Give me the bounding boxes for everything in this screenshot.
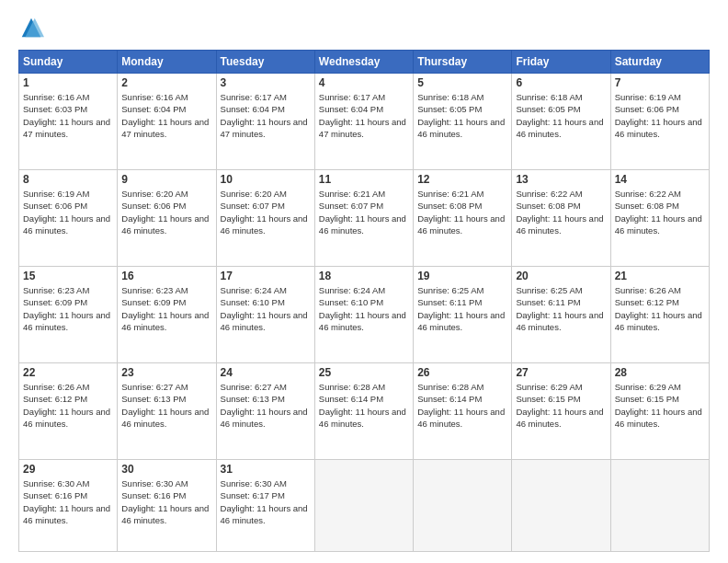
day-cell-28: 28 Sunrise: 6:29 AMSunset: 6:15 PMDaylig… xyxy=(610,363,709,460)
day-number: 23 xyxy=(121,366,211,379)
day-info: Sunrise: 6:30 AMSunset: 6:16 PMDaylight:… xyxy=(121,477,211,526)
day-number: 31 xyxy=(221,463,311,476)
day-number: 2 xyxy=(121,76,211,89)
day-info: Sunrise: 6:29 AMSunset: 6:15 PMDaylight:… xyxy=(516,381,606,430)
day-cell-17: 17 Sunrise: 6:24 AMSunset: 6:10 PMDaylig… xyxy=(216,267,314,363)
weekday-header-friday: Friday xyxy=(512,51,610,74)
day-info: Sunrise: 6:28 AMSunset: 6:14 PMDaylight:… xyxy=(319,381,409,430)
day-cell-22: 22 Sunrise: 6:26 AMSunset: 6:12 PMDaylig… xyxy=(19,363,118,460)
day-number: 20 xyxy=(516,270,606,282)
day-number: 7 xyxy=(615,76,705,89)
day-number: 18 xyxy=(319,270,409,282)
day-number: 21 xyxy=(615,270,705,282)
day-cell-7: 7 Sunrise: 6:19 AMSunset: 6:06 PMDayligh… xyxy=(610,74,709,170)
day-cell-12: 12 Sunrise: 6:21 AMSunset: 6:08 PMDaylig… xyxy=(414,170,512,267)
day-info: Sunrise: 6:30 AMSunset: 6:17 PMDaylight:… xyxy=(221,477,311,526)
day-cell-23: 23 Sunrise: 6:27 AMSunset: 6:13 PMDaylig… xyxy=(118,363,216,460)
day-number: 10 xyxy=(221,173,311,186)
day-info: Sunrise: 6:22 AMSunset: 6:08 PMDaylight:… xyxy=(516,188,606,236)
day-number: 11 xyxy=(319,173,409,186)
day-info: Sunrise: 6:25 AMSunset: 6:11 PMDaylight:… xyxy=(516,284,606,333)
day-info: Sunrise: 6:23 AMSunset: 6:09 PMDaylight:… xyxy=(23,284,113,333)
empty-cell xyxy=(314,460,413,552)
day-info: Sunrise: 6:24 AMSunset: 6:10 PMDaylight:… xyxy=(319,284,409,333)
day-number: 25 xyxy=(319,366,409,379)
day-cell-20: 20 Sunrise: 6:25 AMSunset: 6:11 PMDaylig… xyxy=(512,267,610,363)
day-info: Sunrise: 6:19 AMSunset: 6:06 PMDaylight:… xyxy=(23,188,113,236)
day-info: Sunrise: 6:21 AMSunset: 6:08 PMDaylight:… xyxy=(417,188,507,236)
day-cell-3: 3 Sunrise: 6:17 AMSunset: 6:04 PMDayligh… xyxy=(216,74,314,170)
weekday-header-row: SundayMondayTuesdayWednesdayThursdayFrid… xyxy=(19,51,710,74)
week-row-3: 15 Sunrise: 6:23 AMSunset: 6:09 PMDaylig… xyxy=(19,267,710,363)
day-cell-4: 4 Sunrise: 6:17 AMSunset: 6:04 PMDayligh… xyxy=(314,74,413,170)
day-info: Sunrise: 6:27 AMSunset: 6:13 PMDaylight:… xyxy=(221,381,311,430)
day-info: Sunrise: 6:22 AMSunset: 6:08 PMDaylight:… xyxy=(615,188,705,236)
weekday-header-sunday: Sunday xyxy=(19,51,118,74)
day-number: 28 xyxy=(615,366,705,379)
day-cell-18: 18 Sunrise: 6:24 AMSunset: 6:10 PMDaylig… xyxy=(314,267,413,363)
day-number: 5 xyxy=(417,76,507,89)
day-number: 17 xyxy=(221,270,311,282)
day-cell-15: 15 Sunrise: 6:23 AMSunset: 6:09 PMDaylig… xyxy=(19,267,118,363)
day-cell-27: 27 Sunrise: 6:29 AMSunset: 6:15 PMDaylig… xyxy=(512,363,610,460)
week-row-2: 8 Sunrise: 6:19 AMSunset: 6:06 PMDayligh… xyxy=(19,170,710,267)
day-cell-13: 13 Sunrise: 6:22 AMSunset: 6:08 PMDaylig… xyxy=(512,170,610,267)
day-info: Sunrise: 6:16 AMSunset: 6:04 PMDaylight:… xyxy=(121,91,211,140)
weekday-header-tuesday: Tuesday xyxy=(216,51,314,74)
day-info: Sunrise: 6:18 AMSunset: 6:05 PMDaylight:… xyxy=(516,91,606,140)
day-info: Sunrise: 6:23 AMSunset: 6:09 PMDaylight:… xyxy=(121,284,211,333)
day-info: Sunrise: 6:27 AMSunset: 6:13 PMDaylight:… xyxy=(121,381,211,430)
day-number: 12 xyxy=(417,173,507,186)
day-number: 24 xyxy=(221,366,311,379)
day-cell-21: 21 Sunrise: 6:26 AMSunset: 6:12 PMDaylig… xyxy=(610,267,709,363)
day-info: Sunrise: 6:20 AMSunset: 6:06 PMDaylight:… xyxy=(121,188,211,236)
day-cell-8: 8 Sunrise: 6:19 AMSunset: 6:06 PMDayligh… xyxy=(19,170,118,267)
day-info: Sunrise: 6:25 AMSunset: 6:11 PMDaylight:… xyxy=(417,284,507,333)
day-cell-2: 2 Sunrise: 6:16 AMSunset: 6:04 PMDayligh… xyxy=(118,74,216,170)
day-number: 26 xyxy=(417,366,507,379)
weekday-header-wednesday: Wednesday xyxy=(314,51,413,74)
day-cell-11: 11 Sunrise: 6:21 AMSunset: 6:07 PMDaylig… xyxy=(314,170,413,267)
empty-cell xyxy=(512,460,610,552)
day-cell-29: 29 Sunrise: 6:30 AMSunset: 6:16 PMDaylig… xyxy=(19,460,118,552)
day-info: Sunrise: 6:24 AMSunset: 6:10 PMDaylight:… xyxy=(221,284,311,333)
day-number: 3 xyxy=(221,76,311,89)
empty-cell xyxy=(610,460,709,552)
weekday-header-monday: Monday xyxy=(118,51,216,74)
day-number: 16 xyxy=(121,270,211,282)
day-cell-31: 31 Sunrise: 6:30 AMSunset: 6:17 PMDaylig… xyxy=(216,460,314,552)
day-cell-25: 25 Sunrise: 6:28 AMSunset: 6:14 PMDaylig… xyxy=(314,363,413,460)
day-info: Sunrise: 6:16 AMSunset: 6:03 PMDaylight:… xyxy=(23,91,113,140)
day-info: Sunrise: 6:17 AMSunset: 6:04 PMDaylight:… xyxy=(221,91,311,140)
day-cell-24: 24 Sunrise: 6:27 AMSunset: 6:13 PMDaylig… xyxy=(216,363,314,460)
day-number: 15 xyxy=(23,270,113,282)
day-info: Sunrise: 6:26 AMSunset: 6:12 PMDaylight:… xyxy=(615,284,705,333)
day-number: 30 xyxy=(121,463,211,476)
day-number: 9 xyxy=(121,173,211,186)
day-info: Sunrise: 6:19 AMSunset: 6:06 PMDaylight:… xyxy=(615,91,705,140)
day-cell-19: 19 Sunrise: 6:25 AMSunset: 6:11 PMDaylig… xyxy=(414,267,512,363)
day-cell-10: 10 Sunrise: 6:20 AMSunset: 6:07 PMDaylig… xyxy=(216,170,314,267)
page: SundayMondayTuesdayWednesdayThursdayFrid… xyxy=(0,0,728,563)
day-info: Sunrise: 6:17 AMSunset: 6:04 PMDaylight:… xyxy=(319,91,409,140)
week-row-1: 1 Sunrise: 6:16 AMSunset: 6:03 PMDayligh… xyxy=(19,74,710,170)
day-cell-30: 30 Sunrise: 6:30 AMSunset: 6:16 PMDaylig… xyxy=(118,460,216,552)
day-number: 22 xyxy=(23,366,113,379)
day-info: Sunrise: 6:26 AMSunset: 6:12 PMDaylight:… xyxy=(23,381,113,430)
logo xyxy=(18,15,48,40)
day-cell-14: 14 Sunrise: 6:22 AMSunset: 6:08 PMDaylig… xyxy=(610,170,709,267)
day-number: 1 xyxy=(23,76,113,89)
day-cell-6: 6 Sunrise: 6:18 AMSunset: 6:05 PMDayligh… xyxy=(512,74,610,170)
day-number: 6 xyxy=(516,76,606,89)
calendar-table: SundayMondayTuesdayWednesdayThursdayFrid… xyxy=(18,50,710,552)
logo-icon xyxy=(18,15,44,40)
day-info: Sunrise: 6:28 AMSunset: 6:14 PMDaylight:… xyxy=(417,381,507,430)
empty-cell xyxy=(414,460,512,552)
day-info: Sunrise: 6:30 AMSunset: 6:16 PMDaylight:… xyxy=(23,477,113,526)
day-info: Sunrise: 6:29 AMSunset: 6:15 PMDaylight:… xyxy=(615,381,705,430)
day-cell-9: 9 Sunrise: 6:20 AMSunset: 6:06 PMDayligh… xyxy=(118,170,216,267)
day-number: 4 xyxy=(319,76,409,89)
week-row-5: 29 Sunrise: 6:30 AMSunset: 6:16 PMDaylig… xyxy=(19,460,710,552)
weekday-header-thursday: Thursday xyxy=(414,51,512,74)
day-info: Sunrise: 6:20 AMSunset: 6:07 PMDaylight:… xyxy=(221,188,311,236)
